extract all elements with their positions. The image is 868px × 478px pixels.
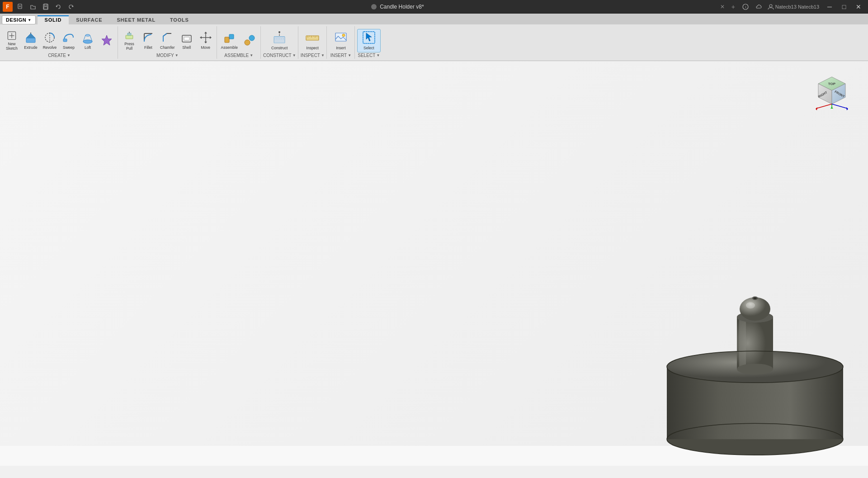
svg-marker-79 bbox=[816, 107, 817, 110]
assemble-buttons: Assemble bbox=[219, 26, 259, 53]
assemble-joint-button[interactable] bbox=[241, 29, 259, 52]
svg-point-65 bbox=[746, 302, 755, 308]
qa-save[interactable] bbox=[41, 2, 51, 12]
svg-rect-40 bbox=[274, 37, 285, 43]
construct-main-button[interactable]: Construct bbox=[268, 29, 291, 52]
chamfer-button[interactable]: Chamfer bbox=[158, 29, 177, 52]
add-tab-button[interactable]: + bbox=[730, 3, 737, 10]
create-more-button[interactable] bbox=[98, 29, 116, 52]
tab-tools[interactable]: TOOLS bbox=[163, 15, 196, 24]
assemble-main-button[interactable]: Assemble bbox=[219, 29, 240, 52]
svg-marker-33 bbox=[200, 36, 202, 39]
revolve-button[interactable]: Revolve bbox=[41, 29, 59, 52]
extrude-button[interactable]: Extrude bbox=[22, 29, 40, 52]
design-label: DESIGN bbox=[6, 17, 26, 23]
svg-marker-14 bbox=[26, 33, 35, 38]
app-title-area: Candle Holder v8* bbox=[79, 4, 716, 10]
view-cube[interactable]: TOP RIGHT FRONT bbox=[809, 70, 850, 111]
svg-point-39 bbox=[249, 35, 255, 41]
svg-point-9 bbox=[769, 5, 772, 7]
qa-open[interactable] bbox=[28, 2, 38, 12]
fillet-button[interactable]: Fillet bbox=[139, 29, 157, 52]
close-button[interactable]: ✕ bbox=[852, 2, 865, 12]
svg-point-38 bbox=[245, 40, 250, 45]
assemble-group-label[interactable]: ASSEMBLE ▼ bbox=[224, 53, 253, 59]
insert-group-label[interactable]: INSERT ▼ bbox=[330, 53, 351, 59]
svg-rect-24 bbox=[126, 35, 133, 39]
svg-point-6 bbox=[371, 4, 377, 9]
svg-point-44 bbox=[278, 31, 280, 33]
canvas-area[interactable]: TOP RIGHT FRONT bbox=[0, 61, 868, 446]
svg-text:i: i bbox=[745, 5, 746, 9]
svg-marker-31 bbox=[204, 32, 207, 33]
ribbon: DESIGN ▼ SOLID SURFACE SHEET METAL TOOLS bbox=[0, 14, 868, 61]
document-title: Candle Holder v8* bbox=[380, 4, 424, 10]
undo-button[interactable] bbox=[53, 2, 63, 12]
create-group-label[interactable]: CREATE ▼ bbox=[48, 53, 71, 59]
design-mode-dropdown[interactable]: DESIGN ▼ bbox=[2, 15, 36, 24]
user-account[interactable]: Natecb13 Natecb13 bbox=[768, 4, 819, 10]
svg-rect-5 bbox=[44, 7, 47, 9]
ribbon-buttons-area: NewSketch Extrude bbox=[0, 24, 868, 61]
inspect-group-label[interactable]: INSPECT ▼ bbox=[301, 53, 325, 59]
select-group-label[interactable]: SELECT ▼ bbox=[358, 53, 380, 59]
titlebar: F Candle Holder v8* ✕ + i bbox=[0, 0, 868, 14]
modify-group: PressPull Fillet Chamfer bbox=[118, 26, 217, 59]
assemble-group: Assemble ASSEMBLE ▼ bbox=[217, 26, 261, 59]
svg-rect-13 bbox=[26, 38, 35, 43]
svg-point-20 bbox=[85, 34, 90, 36]
svg-marker-55 bbox=[366, 33, 372, 41]
qa-new[interactable] bbox=[15, 2, 25, 12]
cloud-button[interactable] bbox=[754, 2, 764, 12]
construct-group-label[interactable]: CONSTRUCT ▼ bbox=[263, 53, 296, 59]
tab-sheet-metal[interactable]: SHEET METAL bbox=[109, 15, 163, 24]
insert-main-button[interactable]: Insert bbox=[329, 29, 353, 52]
svg-marker-81 bbox=[846, 107, 848, 110]
app-logo-letter: F bbox=[6, 4, 9, 10]
svg-rect-4 bbox=[44, 4, 47, 6]
inspect-group: Inspect INSPECT ▼ bbox=[299, 26, 327, 59]
tab-surface[interactable]: SURFACE bbox=[69, 15, 109, 24]
svg-rect-25 bbox=[127, 33, 131, 35]
svg-rect-36 bbox=[229, 34, 234, 39]
press-pull-button[interactable]: PressPull bbox=[120, 29, 138, 52]
tab-close-button[interactable]: ✕ bbox=[719, 3, 726, 10]
svg-point-64 bbox=[740, 297, 770, 321]
svg-rect-28 bbox=[184, 37, 189, 40]
loft-button[interactable]: Loft bbox=[79, 29, 97, 52]
svg-marker-32 bbox=[204, 42, 207, 43]
viewport[interactable]: TOP RIGHT FRONT ⏮ ◀ ▶ ▶▶ ⏭ bbox=[0, 61, 868, 466]
model-3d bbox=[642, 263, 868, 462]
svg-text:TOP: TOP bbox=[828, 82, 836, 86]
svg-point-61 bbox=[737, 364, 773, 374]
info-button[interactable]: i bbox=[741, 2, 750, 12]
shell-button[interactable]: Shell bbox=[178, 29, 196, 52]
app-icon: F bbox=[3, 2, 13, 12]
svg-line-80 bbox=[832, 104, 848, 109]
select-buttons: Select bbox=[357, 26, 381, 53]
insert-group: Insert INSERT ▼ bbox=[327, 26, 355, 59]
tab-solid[interactable]: SOLID bbox=[38, 15, 69, 24]
create-buttons: NewSketch Extrude bbox=[3, 26, 116, 53]
sweep-button[interactable]: Sweep bbox=[60, 29, 78, 52]
select-main-button[interactable]: Select bbox=[357, 29, 381, 52]
svg-rect-18 bbox=[63, 39, 67, 42]
svg-point-19 bbox=[83, 40, 92, 43]
svg-marker-34 bbox=[210, 36, 212, 39]
construct-buttons: Construct bbox=[268, 26, 291, 53]
minimize-button[interactable]: ─ bbox=[823, 2, 836, 12]
measure-button[interactable]: Inspect bbox=[301, 29, 324, 52]
modify-buttons: PressPull Fillet Chamfer bbox=[120, 26, 215, 53]
maximize-button[interactable]: □ bbox=[837, 2, 851, 12]
svg-rect-0 bbox=[18, 4, 22, 9]
ribbon-tab-row: DESIGN ▼ SOLID SURFACE SHEET METAL TOOLS bbox=[0, 14, 868, 24]
svg-point-53 bbox=[342, 34, 345, 37]
svg-line-78 bbox=[816, 104, 832, 109]
insert-buttons: Insert bbox=[329, 26, 353, 53]
move-button[interactable]: Move bbox=[197, 29, 215, 52]
svg-rect-60 bbox=[739, 317, 746, 369]
modify-group-label[interactable]: MODIFY ▼ bbox=[156, 53, 179, 59]
new-sketch-button[interactable]: NewSketch bbox=[3, 29, 21, 52]
redo-button[interactable] bbox=[66, 2, 76, 12]
design-arrow: ▼ bbox=[28, 18, 31, 22]
